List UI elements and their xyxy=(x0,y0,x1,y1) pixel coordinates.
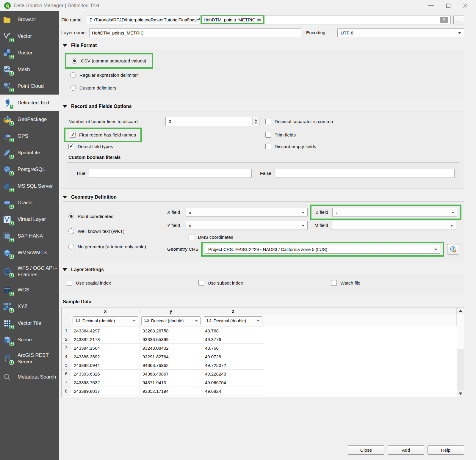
checkbox-watch-file[interactable] xyxy=(331,280,337,286)
sidebar-item-ms-sql-server[interactable]: MS SQL Server xyxy=(0,178,59,194)
scrollbar-track[interactable] xyxy=(457,349,464,390)
radio-regex[interactable] xyxy=(70,72,76,78)
file-name-input[interactable]: E:\Tutorials\RF2D\InterpolatingRasterTut… xyxy=(87,15,451,24)
layer-name-value: HohDTM_points_METRIC xyxy=(92,30,144,35)
sidebar-item-vector-tile[interactable]: Vector Tile xyxy=(0,315,59,332)
checkbox-detect-types[interactable] xyxy=(68,144,74,149)
geometry-crs-select[interactable]: Project CRS: EPSG:2229 - NAD83 / Califor… xyxy=(205,245,440,254)
add-button[interactable]: Add xyxy=(388,445,424,455)
layer-settings-header[interactable]: Layer Settings xyxy=(62,267,476,272)
checkbox-trim-fields[interactable] xyxy=(265,132,271,138)
trim-fields-row[interactable]: Trim fields xyxy=(265,132,459,138)
radio-point-coordinates[interactable] xyxy=(68,213,74,219)
oracle-icon xyxy=(3,198,13,207)
sidebar-item-metadata-search[interactable]: Metadata Search xyxy=(0,369,59,385)
wkt-row[interactable]: Well known text (WKT) xyxy=(68,228,167,234)
sidebar-item-sap-hana[interactable]: SAP HANA xyxy=(0,228,59,244)
sidebar-item-label: Virtual Layer xyxy=(18,216,46,222)
first-record-label: First record has field names xyxy=(79,132,136,138)
sidebar-item-postgresql[interactable]: PostgreSQL xyxy=(0,161,59,178)
spatial-index-row[interactable]: Use spatial index xyxy=(67,280,198,286)
table-scrollbar[interactable] xyxy=(457,307,464,397)
regex-radio-row[interactable]: Regular expression delimiter xyxy=(70,72,459,78)
false-input[interactable] xyxy=(275,169,455,178)
select-crs-button[interactable] xyxy=(447,244,459,255)
search-icon xyxy=(3,373,13,381)
file-format-header[interactable]: File Format xyxy=(62,43,476,48)
delimited-text-pane: File name E:\Tutorials\RF2D\Interpolatin… xyxy=(59,11,476,460)
true-input[interactable] xyxy=(89,169,252,178)
plus-badge-icon xyxy=(10,188,14,192)
sidebar-item-label: PostgreSQL xyxy=(18,166,45,172)
record-fields-header[interactable]: Record and Fields Options xyxy=(62,104,476,109)
sidebar-item-vector[interactable]: Vector xyxy=(0,28,59,45)
checkbox-subset-index[interactable] xyxy=(198,280,204,286)
x-field-select[interactable]: x xyxy=(186,208,308,217)
checkbox-dms[interactable] xyxy=(189,235,194,240)
m-field-select[interactable] xyxy=(331,221,456,230)
point-cloud-icon xyxy=(3,82,13,91)
header-lines-spinbox[interactable]: 0 xyxy=(165,117,259,126)
scrollbar-thumb[interactable] xyxy=(457,314,464,349)
wkt-label: Well known text (WKT) xyxy=(78,229,124,234)
dms-row[interactable]: DMS coordinates xyxy=(189,232,459,243)
type-select-x[interactable]: 1.2Decimal (double) xyxy=(73,316,138,325)
type-select-z[interactable]: 1.2Decimal (double) xyxy=(204,316,262,325)
watch-file-row[interactable]: Watch file xyxy=(331,280,360,286)
minimize-icon[interactable] xyxy=(428,5,434,6)
spinner-arrows-icon[interactable] xyxy=(252,117,259,125)
mssql-icon xyxy=(3,182,13,191)
sidebar-item-gps[interactable]: GPS xyxy=(0,128,59,145)
sidebar-item-spatialite[interactable]: SpatiaLite xyxy=(0,145,59,161)
checkbox-first-record[interactable] xyxy=(70,132,76,138)
detect-types-row[interactable]: Detect field types xyxy=(68,144,265,149)
layer-name-input[interactable]: HohDTM_points_METRIC xyxy=(89,28,301,37)
sidebar-item-virtual-layer[interactable]: Virtual Layer xyxy=(0,211,59,228)
sidebar-item-label: ArcGIS REST Server xyxy=(18,352,57,365)
sidebar-item-wms-wmts[interactable]: WMS/WMTS xyxy=(0,244,59,261)
close-button[interactable]: Close xyxy=(348,445,384,455)
sidebar-item-scene[interactable]: Scene xyxy=(0,332,59,348)
first-record-row[interactable]: First record has field names xyxy=(70,132,136,138)
browse-button[interactable]: ... xyxy=(453,15,464,24)
sidebar-item-browser[interactable]: Browser xyxy=(0,11,59,28)
geometry-header[interactable]: Geometry Definition xyxy=(62,194,476,200)
decimal-comma-row[interactable]: Decimal separator is comma xyxy=(265,119,459,124)
close-window-icon[interactable] xyxy=(463,3,468,8)
sidebar-item-wfs-ogc-api-features[interactable]: WFS / OGC API - Features xyxy=(0,261,59,282)
point-coordinates-row[interactable]: Point coordinates xyxy=(68,213,167,219)
sidebar-item-point-cloud[interactable]: Point Cloud xyxy=(0,78,59,95)
radio-csv[interactable] xyxy=(72,58,77,64)
sidebar-item-raster[interactable]: Raster xyxy=(0,45,59,61)
radio-wkt[interactable] xyxy=(68,228,74,234)
sidebar-item-mesh[interactable]: Mesh xyxy=(0,61,59,78)
sidebar-item-label: WMS/WMTS xyxy=(18,249,47,256)
discard-empty-row[interactable]: Discard empty fields xyxy=(265,144,459,149)
sidebar-item-arcgis-rest-server[interactable]: ArcGIS REST Server xyxy=(0,348,59,369)
titlebar: Data Source Manager | Delimited Text xyxy=(0,0,476,11)
sidebar-item-wcs[interactable]: WCS xyxy=(0,282,59,298)
clear-text-icon[interactable] xyxy=(440,17,448,23)
y-field-select[interactable]: y xyxy=(186,221,308,230)
sidebar-item-delimited-text[interactable]: Delimited Text xyxy=(0,95,59,111)
subset-index-row[interactable]: Use subset index xyxy=(198,280,331,286)
z-field-select[interactable]: z xyxy=(332,208,457,217)
checkbox-spatial-index[interactable] xyxy=(67,280,72,286)
maximize-icon[interactable] xyxy=(446,4,450,8)
radio-custom-delimiters[interactable] xyxy=(70,85,76,91)
csv-radio-row[interactable]: CSV (comma separated values) xyxy=(72,58,146,64)
sidebar-item-geopackage[interactable]: GeoPackage xyxy=(0,111,59,128)
checkbox-decimal-comma[interactable] xyxy=(265,119,271,124)
radio-no-geometry[interactable] xyxy=(68,244,74,249)
help-button[interactable]: Help xyxy=(428,445,464,455)
scroll-down-icon[interactable] xyxy=(457,390,464,397)
sidebar-item-oracle[interactable]: Oracle xyxy=(0,194,59,211)
sidebar-item-xyz[interactable]: XYZ xyxy=(0,298,59,315)
checkbox-discard-empty[interactable] xyxy=(265,144,271,149)
no-geometry-row[interactable]: No geometry (attribute only table) xyxy=(68,244,167,249)
type-select-y[interactable]: 1.2Decimal (double) xyxy=(141,316,201,325)
custom-delims-radio-row[interactable]: Custom delimiters xyxy=(70,85,459,91)
encoding-select[interactable]: UTF-8 xyxy=(337,28,464,37)
file-path-text: E:\Tutorials\RF2D\InterpolatingRasterTut… xyxy=(90,17,200,22)
scroll-up-icon[interactable] xyxy=(457,307,464,314)
